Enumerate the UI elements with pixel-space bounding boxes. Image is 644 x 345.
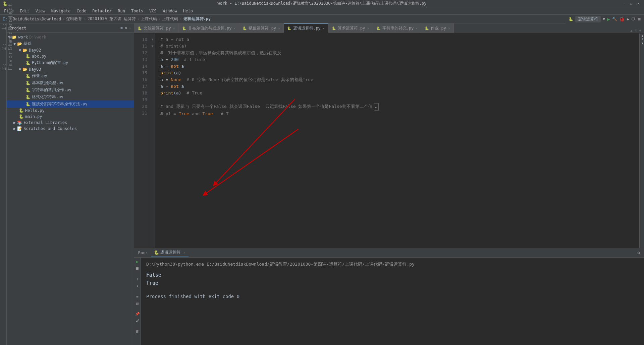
tab-suanshu[interactable]: 🐍 算术运算符.py ✕: [328, 23, 373, 33]
main-layout: 1: Project 2: Structure 2: Favorites Pro…: [0, 23, 644, 345]
pin-icon2[interactable]: 🖌: [135, 318, 140, 323]
tab-icon: 🐍: [182, 26, 186, 30]
tree-item-string-ops[interactable]: 🐍 字符串的常用操作.py: [7, 86, 134, 93]
menu-help[interactable]: Help: [180, 8, 196, 14]
tab-close-zuoye[interactable]: ✕: [448, 26, 450, 30]
tab-zifuchuan[interactable]: 🐍 字符串的补充.py ✕: [373, 23, 422, 33]
tab-icon: 🐍: [425, 26, 429, 30]
window-controls: — ❐ ✕: [621, 1, 641, 6]
tree-item-day03[interactable]: ▼ 📂 Day03: [7, 66, 134, 72]
tree-item-format-string[interactable]: 🐍 格式化字符串.py: [7, 93, 134, 100]
build-button[interactable]: 🔨: [612, 17, 617, 21]
tab-zuoye[interactable]: 🐍 作业.py ✕: [421, 23, 454, 33]
menu-edit[interactable]: Edit: [17, 8, 32, 14]
tree-item-string-methods[interactable]: 🐍 连接分割等字符串操作方法.py: [7, 100, 134, 108]
breadcrumb-item[interactable]: 20201030-第四讲-运算符: [88, 16, 136, 22]
code-area[interactable]: # a = not a # print(a) # 对于非布尔值，非运算会先将其转…: [155, 33, 639, 248]
project-collapse-icon[interactable]: —: [129, 26, 131, 30]
tree-item-day02[interactable]: ▼ 📂 Day02: [7, 47, 134, 53]
tree-item-pycharm-config[interactable]: 🐍 PyCharm的配置.py: [7, 59, 134, 66]
code-line-13: a = 200 # 1 Ture: [160, 56, 639, 63]
menu-refactor[interactable]: Refactor: [90, 8, 114, 14]
run-tab-close[interactable]: ✕: [183, 251, 185, 254]
tab-fuzhi[interactable]: 🐍 赋值运算符.py ✕: [239, 23, 284, 33]
bottom-tab-run[interactable]: 🐍 逻辑运算符 ✕: [151, 248, 189, 257]
run-stop-icon[interactable]: ⏹: [135, 266, 140, 271]
project-tree: ▼ 📁 work D:\work ▼ 📂 基础 ▼ 📂 Day02 🐍 abc.…: [7, 33, 134, 345]
breadcrumb-item[interactable]: BaiduNetdiskDownload: [13, 17, 61, 21]
run-button[interactable]: ▶: [607, 16, 610, 22]
code-line-19: [160, 96, 639, 103]
run-tab-label: 逻辑运算符: [160, 250, 180, 255]
close-button[interactable]: ✕: [636, 1, 641, 6]
tree-item-scratches[interactable]: ▶ 📝 Scratches and Consoles: [7, 126, 134, 132]
pin-icon[interactable]: 📌: [135, 311, 140, 317]
scroll-down-icon[interactable]: ↓: [135, 283, 140, 288]
menu-window[interactable]: Window: [160, 8, 180, 14]
run-config-label[interactable]: 逻辑运算符: [575, 16, 601, 22]
print-icon[interactable]: 🖨: [135, 300, 140, 306]
maximize-button[interactable]: ❐: [629, 1, 634, 6]
menu-view[interactable]: View: [33, 8, 48, 14]
coverage-button[interactable]: ▶: [627, 17, 629, 21]
code-line-21: # p1 = True and True # T: [160, 111, 639, 117]
run-tab-icon: 🐍: [154, 250, 159, 255]
fold-arrow-12[interactable]: ▼: [150, 36, 155, 43]
bottom-layout: ▶ ⏹ ↑ ↓ ≡ 🖨 📌 🖌 🗑: [134, 258, 644, 345]
tab-close-suanshu[interactable]: ✕: [367, 26, 369, 30]
tree-item-abc[interactable]: 🐍 abc.py: [7, 53, 134, 59]
code-line-18: print ( a ) # True: [160, 90, 639, 96]
tab-icon: 🐍: [376, 26, 380, 30]
code-line-15: print ( a ): [160, 70, 639, 76]
menu-run[interactable]: Run: [115, 8, 128, 14]
breadcrumb-item[interactable]: 逻辑教育: [66, 16, 82, 22]
tab-close-feibuer[interactable]: ✕: [233, 26, 235, 30]
tree-item-hello[interactable]: 🐍 Hello.py: [7, 108, 134, 114]
code-line-20: # and 逻辑与 只要有一个False 就会返回False 云运算找False…: [160, 103, 639, 111]
breadcrumb-item[interactable]: 上课代码: [141, 16, 157, 22]
tree-item-work[interactable]: ▼ 📁 work D:\work: [7, 34, 134, 40]
profile-button[interactable]: ⏱: [631, 17, 635, 21]
tab-icon: 🐍: [138, 26, 142, 30]
bottom-panel: Run: 🐍 逻辑运算符 ✕ ⚙: [134, 248, 644, 345]
tree-item-main[interactable]: 🐍 main.py: [7, 114, 134, 120]
minimize-button[interactable]: —: [621, 1, 627, 6]
tree-item-external-libs[interactable]: ▶ 📚 External Libraries: [7, 120, 134, 126]
menu-vcs[interactable]: VCS: [147, 8, 159, 14]
project-icon[interactable]: 1: Project: [1, 25, 6, 30]
debug-button[interactable]: 🐞: [619, 16, 625, 22]
stop-button[interactable]: ⏹: [637, 17, 641, 21]
code-line-10: # a = not a: [160, 36, 639, 43]
run-config-dropdown[interactable]: ▼: [603, 17, 605, 21]
bottom-settings-button[interactable]: ⚙: [635, 250, 643, 255]
code-line-14: a = not a: [160, 63, 639, 70]
tab-feibuer[interactable]: 🐍 非布尔值的与或运算.py ✕: [179, 23, 239, 33]
breadcrumb-item[interactable]: 上课代码: [162, 16, 178, 22]
tab-close-bijiao[interactable]: ✕: [173, 26, 175, 30]
tree-item-basics[interactable]: ▼ 📂 基础: [7, 40, 134, 47]
favorites-icon[interactable]: 2: Favorites: [1, 65, 6, 70]
bottom-tabs-bar: Run: 🐍 逻辑运算符 ✕ ⚙: [134, 248, 644, 258]
editor-content[interactable]: 10 11 12 13 14 15 16 17 18 19 20 21: [134, 33, 644, 248]
tab-bijiao[interactable]: 🐍 比较运算符.py ✕: [134, 23, 179, 33]
menu-navigate[interactable]: Navigate: [49, 8, 73, 14]
menu-tools[interactable]: Tools: [128, 8, 146, 14]
title-bar: 🐍 work - E:\BaiduNetdiskDownload\逻辑教育\20…: [0, 0, 644, 7]
tab-close-zifuchuan[interactable]: ✕: [416, 26, 418, 30]
tab-luoji[interactable]: 🐍 逻辑运算符.py ✕: [284, 23, 328, 33]
tree-item-data-types[interactable]: 🐍 基本数据类型.py: [7, 79, 134, 86]
structure-icon[interactable]: 2: Structure: [1, 45, 6, 50]
tab-close-luoji[interactable]: ✕: [323, 26, 325, 30]
run-play-icon[interactable]: ▶: [135, 259, 140, 264]
tab-icon: 🐍: [287, 26, 291, 30]
soft-wrap-icon[interactable]: ≡: [135, 294, 140, 299]
tab-close-fuzhi[interactable]: ✕: [278, 26, 280, 30]
project-sync-icon[interactable]: ⊕: [120, 26, 123, 30]
scroll-up-icon[interactable]: ↑: [135, 276, 140, 282]
clear-icon[interactable]: 🗑: [135, 329, 140, 334]
tree-item-homework[interactable]: 🐍 作业.py: [7, 72, 134, 79]
project-settings-icon[interactable]: ⚙: [125, 26, 127, 30]
fold-arrow-20[interactable]: ▼: [150, 43, 155, 50]
menu-code[interactable]: Code: [74, 8, 89, 14]
breadcrumb-item-current[interactable]: 逻辑运算符.py: [183, 16, 211, 22]
